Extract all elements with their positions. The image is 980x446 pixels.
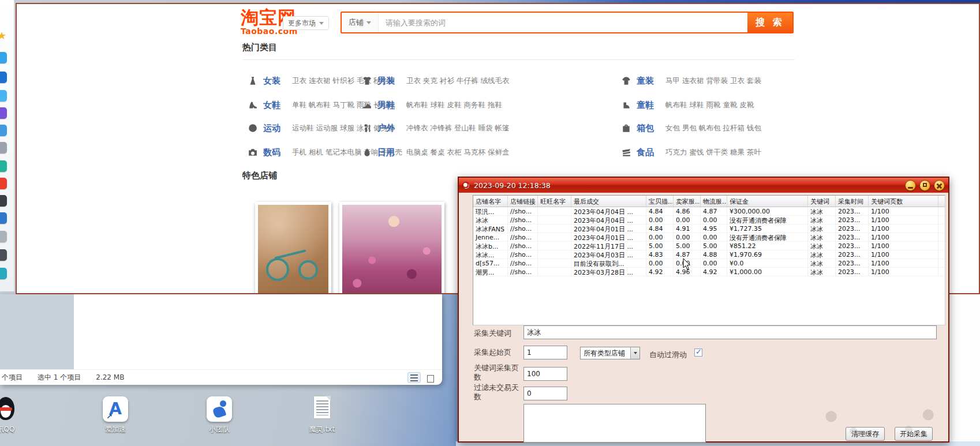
- category-link[interactable]: 童装: [637, 76, 654, 87]
- cloud-sync-icon[interactable]: [0, 90, 7, 102]
- category-link[interactable]: 数码: [263, 147, 280, 158]
- column-header[interactable]: 关键词页数: [869, 196, 938, 207]
- category-link[interactable]: 户外: [377, 123, 395, 134]
- table-cell: 2023年04月01日 ...: [571, 233, 646, 241]
- table-row[interactable]: Jenne...//sho...2023年04月01日 ...0.000.000…: [473, 233, 945, 242]
- desktop-icon-label[interactable]: 小团队: [199, 425, 240, 434]
- desktop-icon-xiaotuandui[interactable]: [207, 396, 232, 422]
- table-cell: [538, 233, 571, 241]
- category-link[interactable]: 箱包: [637, 123, 654, 134]
- close-button[interactable]: [934, 180, 945, 191]
- dark-app-icon[interactable]: [0, 195, 7, 207]
- desktop-icon-txt-file[interactable]: [313, 396, 331, 419]
- window-controls: [902, 180, 945, 191]
- more-markets-dropdown[interactable]: 更多市场: [283, 16, 329, 30]
- table-cell: 冰冰: [808, 242, 836, 250]
- desktop-icon-qq[interactable]: [0, 396, 18, 422]
- log-textarea[interactable]: [523, 404, 706, 443]
- column-header[interactable]: 关键词: [808, 196, 836, 207]
- table-row[interactable]: 潮男...//sho...2023年03月28日 ...4.924.964.92…: [473, 268, 945, 276]
- column-header[interactable]: 保证金: [727, 196, 808, 207]
- featured-shop-photo-bicycle[interactable]: [255, 202, 331, 294]
- search-input[interactable]: [379, 13, 747, 32]
- table-cell: //sho...: [508, 233, 538, 241]
- category-link[interactable]: 女装: [263, 76, 280, 87]
- details-view-icon[interactable]: [407, 372, 421, 383]
- category-sublinks[interactable]: 帆布鞋 球鞋 皮鞋 商务鞋 拖鞋: [406, 100, 502, 110]
- table-cell: 2023年04月01日 ...: [571, 224, 646, 233]
- girl-flower-photo: [342, 205, 442, 294]
- window-title: 2023-09-20 12:18:38: [474, 181, 551, 190]
- category-sublinks[interactable]: 女包 男包 帆布包 拉杆箱 钱包: [665, 123, 761, 133]
- table-cell: 4.87: [674, 250, 701, 258]
- table-row[interactable]: 璟汎...//sho...2023年04月04日 ...4.844.864.87…: [473, 207, 945, 216]
- dark-app-2-icon[interactable]: [0, 249, 7, 261]
- category-link[interactable]: 男装: [377, 76, 395, 87]
- qq-penguin-icon: [0, 397, 14, 420]
- category-sublinks[interactable]: 帆布鞋 球鞋 雨靴 童靴 皮靴: [665, 100, 754, 110]
- display-app-icon[interactable]: [0, 72, 7, 83]
- search-button[interactable]: 搜 索: [747, 13, 792, 32]
- category-item: 日用 电脑桌 餐桌 衣柜 马克杯 保鲜盒: [362, 147, 509, 158]
- table-row[interactable]: 冰冰...//sho...2023年04月03日 ...4.834.874.88…: [473, 250, 945, 259]
- kids-shoe-icon: [622, 100, 631, 110]
- category-sublinks[interactable]: 巧克力 蜜饯 饼干类 糖果 茶叶: [665, 148, 761, 158]
- column-header[interactable]: 店铺名字: [473, 196, 508, 207]
- column-header[interactable]: 采集时间: [836, 196, 869, 207]
- keyword-input[interactable]: [523, 325, 937, 339]
- category-link[interactable]: 男鞋: [377, 100, 395, 111]
- file-explorer-window: 个项目 选中 1 个项目 2.22 MB: [0, 294, 442, 385]
- shop-type-dropdown[interactable]: 所有类型店铺: [580, 347, 640, 359]
- selection-count: 选中 1 个项目: [38, 373, 81, 383]
- category-link[interactable]: 童鞋: [637, 100, 654, 111]
- table-cell: 4.92: [701, 268, 727, 276]
- desktop-icon-aijiasu[interactable]: [103, 396, 128, 422]
- cloud-blue-icon[interactable]: [0, 52, 7, 63]
- filter-days-input[interactable]: [523, 387, 567, 400]
- clear-cache-button[interactable]: 清理缓存: [846, 427, 885, 441]
- teal-folder-icon[interactable]: [0, 268, 7, 279]
- red-app-icon[interactable]: [0, 178, 7, 189]
- table-cell: [538, 250, 571, 258]
- auto-slide-checkbox[interactable]: [694, 348, 702, 357]
- column-header[interactable]: 物流服…: [701, 196, 727, 207]
- column-header[interactable]: 店铺链接: [508, 196, 538, 207]
- column-header[interactable]: 卖家服…: [674, 196, 701, 207]
- featured-shop-photo-girl[interactable]: [339, 202, 444, 294]
- category-link[interactable]: 食品: [637, 147, 654, 158]
- pages-input[interactable]: [523, 367, 567, 381]
- category-sublinks[interactable]: 马甲 连衣裙 背带装 卫衣 套装: [665, 76, 761, 86]
- column-header[interactable]: 最后成交: [571, 196, 646, 207]
- blue-app-icon[interactable]: [0, 212, 7, 224]
- purple-app-icon[interactable]: [0, 107, 7, 119]
- category-sublinks[interactable]: 卫衣 夹克 衬衫 牛仔裤 绒线毛衣: [406, 76, 509, 86]
- explorer-left-pane: [0, 294, 74, 369]
- grey-app-2-icon[interactable]: [0, 231, 7, 242]
- category-sublinks[interactable]: 冲锋衣 冲锋裤 登山鞋 睡袋 帐篷: [406, 123, 509, 133]
- category-link[interactable]: 女鞋: [263, 100, 280, 111]
- start-page-input[interactable]: [523, 346, 567, 359]
- minimize-button[interactable]: [905, 180, 916, 191]
- table-row[interactable]: 冰冰b...//sho...2022年11月17日 ...5.005.005.0…: [473, 242, 945, 250]
- desktop-icon-label[interactable]: 爱加速: [95, 425, 136, 434]
- maximize-button[interactable]: [919, 180, 930, 191]
- table-row[interactable]: 冰冰FANS//sho...2023年04月01日 ...4.844.914.9…: [473, 224, 945, 233]
- start-collect-button[interactable]: 开始采集: [895, 427, 933, 441]
- table-row[interactable]: 冰冰//sho...2023年04月04日 ...0.000.000.00没有开…: [473, 216, 945, 224]
- dropdown-arrow-icon[interactable]: [630, 347, 639, 359]
- category-link[interactable]: 日用: [377, 147, 395, 158]
- title-bar[interactable]: 2023-09-20 12:18:38: [459, 178, 948, 193]
- column-header[interactable]: 宝贝描…: [646, 196, 674, 207]
- table-row[interactable]: d[s57...//sho...目前没有获取到...0.000.000.00¥0…: [473, 259, 945, 268]
- desktop-icon-label[interactable]: 讯QQ: [0, 425, 26, 434]
- search-scope-dropdown[interactable]: 店铺: [342, 13, 379, 32]
- category-sublinks[interactable]: 电脑桌 餐桌 衣柜 马克杯 保鲜盒: [406, 148, 509, 158]
- category-link[interactable]: 运动: [263, 123, 280, 134]
- desktop-icon-label[interactable]: 魔灵.txt: [302, 425, 342, 434]
- column-header[interactable]: 旺旺名字: [538, 196, 571, 207]
- grey-app-icon[interactable]: [0, 142, 7, 153]
- favorites-star-icon[interactable]: ★: [0, 30, 9, 42]
- folder-app-icon[interactable]: [0, 125, 7, 136]
- thumbnail-view-icon[interactable]: [423, 372, 436, 383]
- teal-app-icon[interactable]: [0, 160, 7, 172]
